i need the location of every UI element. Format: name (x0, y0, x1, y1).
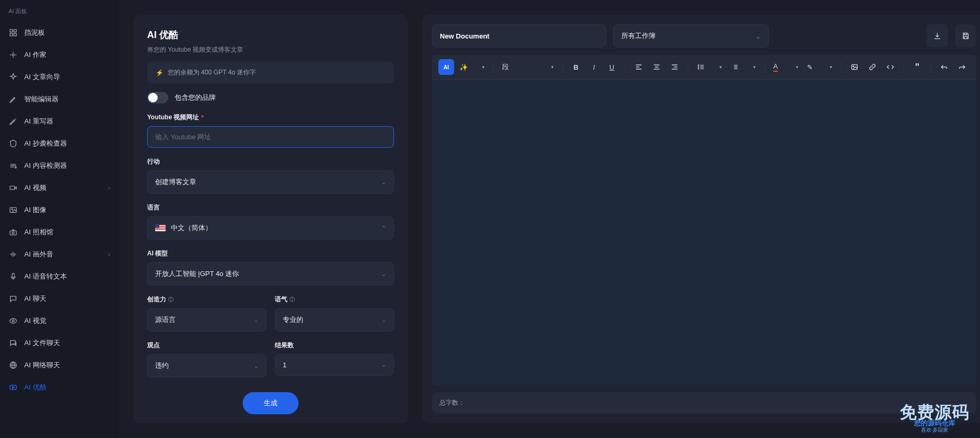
word-count: 总字数： (432, 392, 976, 414)
sidebar-item-webchat[interactable]: AI 网络聊天 (0, 354, 119, 376)
info-icon: ⓘ (168, 296, 174, 303)
youtube-url-input[interactable] (147, 126, 394, 148)
insert-image-button[interactable] (847, 59, 862, 75)
sidebar-item-dashboard[interactable]: 挡泥板 (0, 22, 119, 44)
page-subtitle: 将您的 Youtube 视频变成博客文章 (147, 45, 394, 54)
youtube-icon (8, 383, 18, 392)
svg-rect-2 (10, 33, 13, 36)
sidebar-item-rewriter[interactable]: AI 重写器 (0, 110, 119, 132)
workbook-select[interactable]: 所有工作簿⌄ (613, 24, 769, 47)
save-button[interactable] (955, 24, 976, 47)
bolt-icon: ⚡ (156, 69, 164, 77)
language-select[interactable]: 中文（简体） ⌃ (147, 216, 394, 240)
svg-rect-18 (852, 64, 858, 69)
sidebar-item-filechat[interactable]: AI 文件聊天 (0, 332, 119, 354)
align-center-button[interactable] (649, 59, 665, 75)
sidebar-item-chat[interactable]: AI 聊天 (0, 288, 119, 310)
sidebar-item-detector[interactable]: AI 内容检测器 (0, 155, 119, 177)
svg-rect-3 (14, 33, 16, 36)
model-select[interactable]: 开放人工智能 |GPT 4o 迷你⌄ (147, 262, 394, 285)
file-chat-icon (8, 338, 18, 348)
sidebar-item-label: AI 文件聊天 (24, 338, 110, 348)
dashboard-icon (8, 28, 18, 37)
sidebar-item-editor[interactable]: 智能编辑器 (0, 88, 119, 110)
model-label: AI 模型 (147, 249, 394, 258)
tone-select[interactable]: 专业的⌄ (275, 308, 394, 331)
editor-content[interactable] (432, 80, 976, 386)
sidebar-item-stt[interactable]: AI 语音转文本 (0, 265, 119, 288)
quote-button[interactable]: " (909, 59, 925, 75)
svg-point-16 (698, 66, 699, 67)
pov-label: 观点 (147, 341, 266, 350)
balance-note: ⚡ 您的余额为 400 GPT 4o 迷你字 (147, 62, 394, 83)
main-content: AI 优酷 将您的 Youtube 视频变成博客文章 ⚡ 您的余额为 400 G… (119, 0, 980, 438)
code-button[interactable] (882, 59, 898, 75)
underline-button[interactable]: U (604, 59, 620, 75)
brand-toggle[interactable] (147, 92, 168, 103)
sidebar-item-wizard[interactable]: AI 文章向导 (0, 66, 119, 88)
sidebar-item-vision[interactable]: AI 视觉 (0, 310, 119, 332)
sidebar-item-label: AI 聊天 (24, 294, 110, 303)
sidebar-item-voiceover[interactable]: AI 画外音 › (0, 243, 119, 265)
align-right-button[interactable] (667, 59, 683, 75)
mic-icon (8, 272, 18, 281)
wand-icon: ✨ (459, 63, 468, 71)
pov-select[interactable]: 违约⌄ (147, 354, 266, 377)
italic-button[interactable]: I (586, 59, 602, 75)
flag-icon (155, 224, 166, 232)
creativity-select[interactable]: 源语言⌄ (147, 308, 266, 331)
svg-point-19 (853, 66, 854, 67)
sidebar-item-label: AI 画外音 (24, 250, 102, 259)
sidebar-item-youtube[interactable]: AI 优酷 (0, 376, 119, 398)
sidebar-item-label: AI 抄袭检查器 (24, 139, 110, 148)
number-list-dropdown[interactable]: ▾ (727, 59, 759, 75)
text-color-dropdown[interactable]: A▾ (770, 59, 802, 75)
chevron-right-icon: › (108, 185, 110, 191)
editor-panel: 所有工作簿⌄ AI ✨▾ 段▾ B I U ▾ ▾ (422, 15, 980, 423)
generate-button[interactable]: 生成 (243, 392, 299, 414)
sidebar-item-label: AI 作家 (24, 50, 110, 60)
editor-topbar: 所有工作簿⌄ (432, 24, 976, 47)
document-name-input[interactable] (432, 24, 606, 47)
link-button[interactable] (864, 59, 880, 75)
tone-label: 语气ⓘ (275, 295, 394, 304)
creativity-label: 创造力ⓘ (147, 295, 266, 304)
undo-button[interactable] (936, 59, 952, 75)
sidebar-section-title: AI 面板 (0, 7, 119, 22)
download-button[interactable] (927, 24, 948, 47)
rewrite-icon (8, 117, 18, 126)
svg-point-10 (12, 232, 14, 234)
globe-icon (8, 360, 18, 370)
balance-text: 您的余额为 400 GPT 4o 迷你字 (168, 68, 256, 77)
sidebar-item-label: AI 重写器 (24, 117, 110, 126)
redo-button[interactable] (954, 59, 970, 75)
paragraph-dropdown[interactable]: 段▾ (499, 59, 557, 75)
highlight-dropdown[interactable]: ✎▾ (804, 59, 835, 75)
svg-point-12 (12, 320, 14, 322)
action-label: 行动 (147, 157, 394, 166)
chevron-right-icon: › (108, 251, 110, 258)
sidebar-item-photo[interactable]: AI 照相馆 (0, 221, 119, 243)
sidebar-item-writer[interactable]: AI 作家 (0, 44, 119, 66)
detector-icon (8, 161, 18, 170)
sidebar-item-video[interactable]: AI 视频 › (0, 177, 119, 199)
results-select[interactable]: 1⌄ (275, 354, 394, 376)
brand-toggle-row: 包含您的品牌 (147, 92, 394, 103)
sidebar-item-plagiarism[interactable]: AI 抄袭检查器 (0, 132, 119, 155)
sidebar-item-label: AI 网络聊天 (24, 360, 110, 370)
svg-rect-9 (10, 231, 16, 235)
results-label: 结果数 (275, 341, 394, 350)
ai-button[interactable]: AI (438, 59, 454, 75)
action-select[interactable]: 创建博客文章⌄ (147, 170, 394, 194)
editor-toolbar: AI ✨▾ 段▾ B I U ▾ ▾ A▾ ✎▾ " (432, 55, 976, 80)
align-left-button[interactable] (631, 59, 647, 75)
bold-button[interactable]: B (568, 59, 584, 75)
sidebar-item-image[interactable]: AI 图像 (0, 199, 119, 221)
sidebar-item-label: 挡泥板 (24, 28, 110, 37)
lang-label: 语言 (147, 203, 394, 212)
audio-icon (8, 250, 18, 259)
info-icon: ⓘ (290, 296, 295, 303)
url-label: Youtube 视频网址* (147, 113, 394, 122)
magic-dropdown[interactable]: ✨▾ (456, 59, 488, 75)
bullet-list-dropdown[interactable]: ▾ (694, 59, 725, 75)
